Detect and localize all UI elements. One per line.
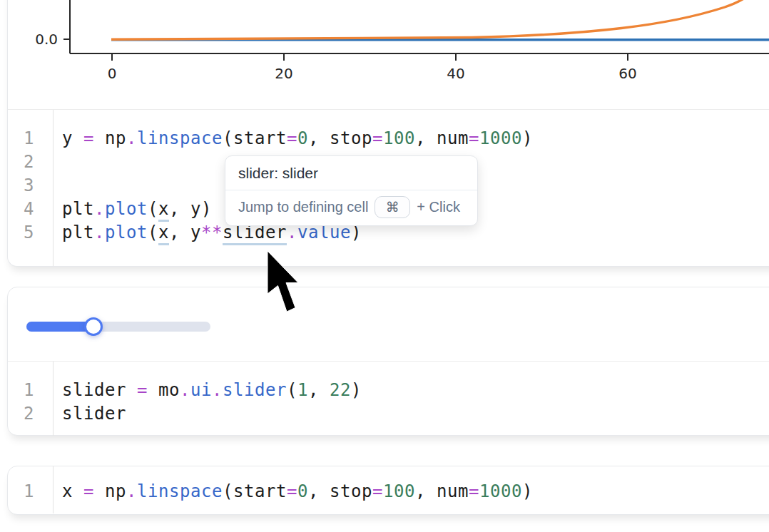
code-token: mo <box>158 380 180 400</box>
code-token: , <box>169 222 190 242</box>
tooltip-action-suffix: + Click <box>417 199 460 215</box>
variable-tooltip: slider: slider Jump to defining cell ⌘ +… <box>225 155 478 226</box>
code-line[interactable]: slider <box>62 402 362 426</box>
code-token: . <box>94 199 105 219</box>
code-token: ( <box>148 199 158 219</box>
code-token: slider <box>62 404 126 424</box>
notebook-cell-slider: 12 slider = mo.ui.slider(1, 22)slider <box>7 287 769 436</box>
code-lines[interactable]: slider = mo.ui.slider(1, 22)slider <box>54 362 362 436</box>
code-token: linspace <box>137 128 223 148</box>
slider-track[interactable] <box>26 322 210 332</box>
code-token: . <box>126 128 137 148</box>
code-editor[interactable]: 12 slider = mo.ui.slider(1, 22)slider <box>8 361 769 436</box>
x-tick-label: 0 <box>108 65 117 82</box>
slider-fill <box>26 322 93 332</box>
tooltip-title: slider: slider <box>225 156 477 190</box>
code-token: , <box>308 128 330 148</box>
line-number-gutter: 1 <box>8 466 54 513</box>
code-token: 100 <box>383 128 415 148</box>
line-number: 1 <box>8 480 34 503</box>
code-token: 1000 <box>479 481 522 501</box>
code-token: ) <box>201 199 212 219</box>
code-token: = <box>137 380 158 400</box>
slider-widget[interactable] <box>26 317 220 340</box>
line-number: 2 <box>8 150 34 174</box>
code-token: ( <box>223 481 233 501</box>
line-number: 5 <box>8 221 34 245</box>
x-tick-label: 20 <box>275 65 292 82</box>
code-token: ) <box>522 128 533 148</box>
code-token: = <box>469 128 479 148</box>
code-token: = <box>287 128 297 148</box>
code-token: . <box>212 380 223 400</box>
line-number-gutter: 12345 <box>8 110 54 266</box>
x-tick-label: 40 <box>447 65 464 82</box>
code-token: 100 <box>383 481 415 501</box>
matplotlib-plot: 0.0 0 20 40 60 80 <box>8 0 769 109</box>
code-token: stop <box>330 128 372 148</box>
slider-handle[interactable] <box>84 317 103 336</box>
code-token: = <box>372 128 383 148</box>
code-token: linspace <box>137 481 223 501</box>
code-token: plt <box>62 199 94 219</box>
code-token: ) <box>351 380 362 400</box>
y-tick-label: 0.0 <box>35 31 58 48</box>
code-token: , <box>308 481 330 501</box>
code-token: x <box>62 481 83 501</box>
code-token: 0 <box>297 128 308 148</box>
line-number: 1 <box>8 379 34 402</box>
code-token: = <box>83 481 105 501</box>
code-token: ( <box>223 128 233 148</box>
slider-output <box>8 287 769 361</box>
code-token: 22 <box>330 380 351 400</box>
plot-output: 0.0 0 20 40 60 80 <box>8 0 769 109</box>
code-line[interactable]: x = np.linspace(start=0, stop=100, num=1… <box>62 480 533 503</box>
code-token: , <box>308 380 330 400</box>
code-editor[interactable]: 1 x = np.linspace(start=0, stop=100, num… <box>8 466 769 513</box>
code-token: plt <box>62 222 94 242</box>
code-token: = <box>469 481 479 501</box>
line-number-gutter: 12 <box>8 362 54 436</box>
tooltip-action-label[interactable]: Jump to defining cell <box>238 199 368 215</box>
code-token: stop <box>330 481 372 501</box>
reactive-variable[interactable]: x <box>158 222 169 245</box>
code-token: 1000 <box>479 128 522 148</box>
notebook-cell-x: 1 x = np.linspace(start=0, stop=100, num… <box>7 466 769 515</box>
reactive-variable[interactable]: x <box>158 199 169 222</box>
code-token: 0 <box>297 481 308 501</box>
code-token: y <box>190 222 201 242</box>
code-token: ( <box>287 380 297 400</box>
code-lines[interactable]: x = np.linspace(start=0, stop=100, num=1… <box>54 466 533 513</box>
code-token: y <box>190 199 201 219</box>
code-token: slider <box>62 380 137 400</box>
line-number: 2 <box>8 402 34 426</box>
code-token: num <box>437 128 469 148</box>
code-line[interactable]: slider = mo.ui.slider(1, 22) <box>62 379 362 402</box>
line-number: 1 <box>8 127 34 150</box>
code-token: y <box>62 128 83 148</box>
notebook-cell-plot: 0.0 0 20 40 60 80 12345 y = np.linspace(… <box>7 0 769 267</box>
line-number: 4 <box>8 198 34 221</box>
series-line-orange <box>111 0 762 39</box>
code-token: = <box>372 481 383 501</box>
code-token: slider <box>223 380 287 400</box>
code-token: . <box>180 380 190 400</box>
code-token: num <box>437 481 469 501</box>
command-key-icon: ⌘ <box>375 196 410 218</box>
code-token: , <box>415 128 437 148</box>
line-number: 3 <box>8 174 34 198</box>
code-token: start <box>233 128 287 148</box>
code-token: start <box>233 481 287 501</box>
code-token: , <box>415 481 437 501</box>
code-token: = <box>83 128 105 148</box>
code-line[interactable]: y = np.linspace(start=0, stop=100, num=1… <box>62 127 533 150</box>
code-token: plot <box>105 222 148 242</box>
code-token: ** <box>201 222 223 242</box>
code-token: = <box>287 481 297 501</box>
x-tick-label: 60 <box>618 65 636 82</box>
code-token: . <box>126 481 137 501</box>
code-token: ) <box>522 481 533 501</box>
code-token: plot <box>105 199 148 219</box>
code-token: , <box>169 199 190 219</box>
code-token: np <box>105 128 126 148</box>
